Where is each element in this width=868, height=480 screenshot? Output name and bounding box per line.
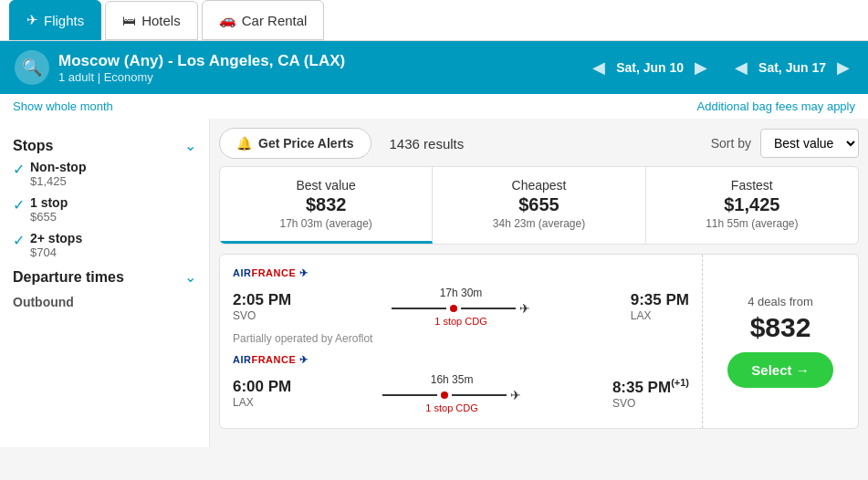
inbound-plane-icon: ✈: [510, 388, 521, 402]
outbound-depart-time: 2:05 PM: [233, 291, 291, 309]
tab-best-value[interactable]: Best value $832 17h 03m (average): [220, 167, 433, 244]
fastest-time: 11h 55m (average): [655, 217, 849, 230]
flight-price: $832: [750, 312, 811, 343]
select-button[interactable]: Select →: [727, 352, 832, 388]
nonstop-price: $1,425: [30, 174, 86, 188]
partial-op-notice: Partially operated by Aeroflot: [233, 332, 689, 345]
1stop-check-icon[interactable]: ✓: [13, 196, 25, 214]
outbound-arrive: 9:35 PM LAX: [631, 291, 689, 322]
search-icon-circle[interactable]: 🔍: [15, 50, 49, 85]
tab-hotels[interactable]: 🛏 Hotels: [105, 1, 198, 40]
inbound-depart: 6:00 PM LAX: [233, 378, 291, 409]
price-alert-button[interactable]: 🔔 Get Price Alerts: [219, 128, 371, 159]
outbound-line: ✈: [300, 301, 622, 316]
outbound-flight-row: 2:05 PM SVO 17h 30m ✈ 1 stop CDG: [233, 287, 689, 327]
inbound-line-bar2: [452, 394, 507, 396]
depart-date-nav: ◀ Sat, Jun 10 ▶: [589, 54, 711, 81]
depart-date: Sat, Jun 10: [616, 60, 684, 75]
search-text: Moscow (Any) - Los Angeles, CA (LAX) 1 a…: [58, 52, 580, 84]
inbound-depart-airport: LAX: [233, 396, 291, 409]
2plus-price: $704: [30, 245, 82, 259]
tab-flights[interactable]: ✈ Flights: [9, 0, 101, 40]
bell-icon: 🔔: [236, 136, 252, 151]
depart-next-arrow[interactable]: ▶: [691, 54, 711, 81]
flight-card-inner: AIRFRANCE ✈ 2:05 PM SVO 17h 30m: [220, 255, 858, 428]
outbound-label: Outbound: [13, 291, 196, 311]
inbound-arrive-superscript: (+1): [671, 377, 689, 388]
return-next-arrow[interactable]: ▶: [833, 54, 853, 81]
return-prev-arrow[interactable]: ◀: [731, 54, 751, 81]
car-icon: 🚗: [219, 12, 236, 28]
inbound-stop-label: 1 stop CDG: [300, 402, 603, 413]
sidebar: Stops ⌄ ✓ Non-stop $1,425 ✓ 1 stop $655 …: [0, 119, 210, 447]
search-details: 1 adult | Economy: [58, 70, 580, 84]
return-date: Sat, Jun 17: [758, 60, 826, 75]
2plus-check-icon[interactable]: ✓: [13, 232, 25, 249]
flight-price-area: 4 deals from $832 Select →: [703, 255, 858, 428]
sort-select[interactable]: Best value: [760, 129, 859, 158]
inbound-arrive-airport: SVO: [612, 397, 689, 410]
inbound-airline-logo: AIRFRANCE ✈: [233, 354, 689, 366]
inbound-flight-row: 6:00 PM LAX 16h 35m ✈ 1 stop CDG: [233, 373, 689, 413]
inbound-airline: AIRFRANCE ✈: [233, 354, 689, 366]
outbound-route-visual: 17h 30m ✈ 1 stop CDG: [300, 287, 622, 327]
inbound-stop-dot: [441, 391, 448, 399]
fastest-tab-name: Fastest: [655, 178, 849, 193]
filter-1stop: ✓ 1 stop $655: [13, 195, 196, 224]
nonstop-label[interactable]: Non-stop: [30, 160, 86, 174]
outbound-arrive-airport: LAX: [631, 309, 689, 322]
outbound-depart-airport: SVO: [233, 309, 291, 322]
outbound-line-bar2: [461, 308, 516, 309]
filter-2plus-stops: ✓ 2+ stops $704: [13, 231, 196, 259]
stops-filter-group: ✓ Non-stop $1,425 ✓ 1 stop $655 ✓ 2+ sto…: [13, 160, 196, 259]
outbound-stop-dot: [450, 305, 457, 312]
airline-logo: AIRFRANCE ✈: [233, 267, 689, 279]
flights-icon: ✈: [26, 12, 38, 28]
results-header: 🔔 Get Price Alerts 1436 results Sort by …: [219, 119, 859, 166]
inbound-duration: 16h 35m: [300, 373, 603, 386]
outbound-duration: 17h 30m: [300, 287, 622, 299]
bag-fees-notice: Additional bag fees may apply: [697, 99, 855, 113]
depart-prev-arrow[interactable]: ◀: [589, 54, 609, 81]
inbound-line: ✈: [300, 388, 603, 402]
outbound-plane-icon: ✈: [519, 301, 530, 316]
tab-fastest[interactable]: Fastest $1,425 11h 55m (average): [646, 167, 858, 244]
sub-bar: Show whole month Additional bag fees may…: [0, 94, 868, 119]
stops-section-header: Stops ⌄: [13, 137, 196, 154]
outbound-arrive-time: 9:35 PM: [631, 291, 689, 309]
outbound-line-bar: [392, 308, 446, 309]
hotels-icon: 🛏: [122, 13, 136, 28]
departure-collapse-icon[interactable]: ⌄: [184, 268, 196, 286]
flight-card: AIRFRANCE ✈ 2:05 PM SVO 17h 30m: [219, 254, 859, 429]
2plus-label[interactable]: 2+ stops: [30, 231, 82, 245]
tab-car-rental[interactable]: 🚗 Car Rental: [202, 0, 325, 40]
nonstop-check-icon[interactable]: ✓: [13, 161, 25, 178]
tab-flights-label: Flights: [44, 13, 84, 28]
sort-label: Sort by: [711, 136, 751, 151]
deals-from-label: 4 deals from: [748, 295, 813, 308]
filter-nonstop: ✓ Non-stop $1,425: [13, 160, 196, 188]
1stop-label[interactable]: 1 stop: [30, 195, 68, 210]
tab-hotels-label: Hotels: [141, 13, 181, 28]
best-value-tab-name: Best value: [229, 178, 423, 193]
value-tabs: Best value $832 17h 03m (average) Cheape…: [219, 166, 859, 245]
price-alert-label: Get Price Alerts: [258, 136, 354, 151]
search-bar: 🔍 Moscow (Any) - Los Angeles, CA (LAX) 1…: [0, 41, 868, 94]
fastest-price: $1,425: [655, 194, 849, 215]
1stop-price: $655: [30, 210, 68, 224]
inbound-arrive-time: 8:35 PM(+1): [612, 377, 689, 397]
show-whole-month-link[interactable]: Show whole month: [13, 99, 113, 113]
tab-cheapest[interactable]: Cheapest $655 34h 23m (average): [433, 167, 645, 244]
inbound-depart-time: 6:00 PM: [233, 378, 291, 396]
return-date-nav: ◀ Sat, Jun 17 ▶: [731, 54, 853, 81]
departure-title: Departure times: [13, 269, 124, 286]
cheapest-time: 34h 23m (average): [442, 217, 635, 230]
flight-details: AIRFRANCE ✈ 2:05 PM SVO 17h 30m: [220, 255, 702, 428]
main-content: Stops ⌄ ✓ Non-stop $1,425 ✓ 1 stop $655 …: [0, 119, 868, 447]
stops-collapse-icon[interactable]: ⌄: [184, 137, 196, 154]
nav-tabs: ✈ Flights 🛏 Hotels 🚗 Car Rental: [0, 0, 868, 41]
outbound-stop-label: 1 stop CDG: [300, 316, 622, 327]
inbound-arrive: 8:35 PM(+1) SVO: [612, 377, 689, 410]
search-icon: 🔍: [22, 57, 42, 78]
results-count: 1436 results: [381, 136, 702, 151]
